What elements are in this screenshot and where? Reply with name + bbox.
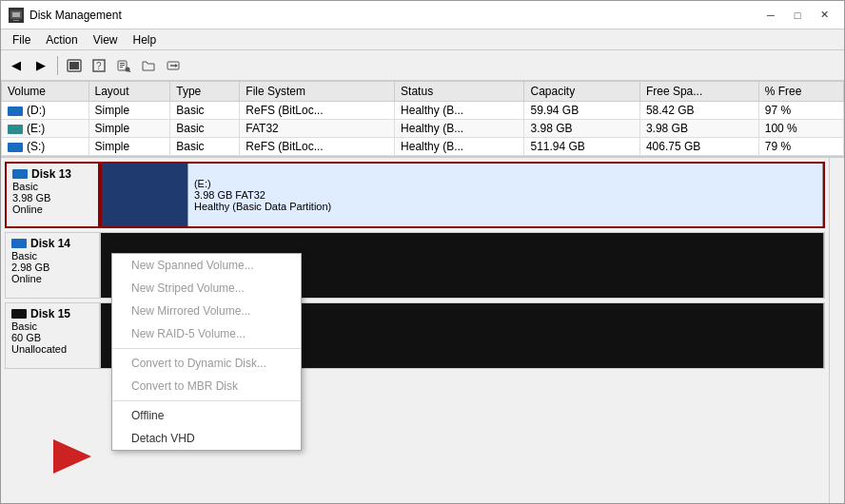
cell-layout: Simple (88, 138, 170, 156)
cell-capacity: 3.98 GB (524, 120, 639, 138)
cell-status: Healthy (B... (395, 102, 524, 120)
table-row[interactable]: (D:) Simple Basic ReFS (BitLoc... Health… (2, 102, 844, 120)
close-button[interactable]: ✕ (812, 6, 836, 25)
forward-button[interactable]: ▶ (29, 54, 52, 77)
help-button[interactable]: ? (88, 54, 110, 77)
maximize-button[interactable]: □ (785, 6, 810, 25)
partition-disk13-1[interactable]: (E:) 3.98 GB FAT32 Healthy (Basic Data P… (188, 164, 823, 226)
cell-volume: (S:) (2, 138, 89, 156)
partition-disk13-0[interactable] (102, 164, 188, 226)
cell-pct: 79 % (758, 138, 843, 156)
properties-button[interactable] (112, 54, 135, 77)
cell-type: Basic (170, 102, 240, 120)
disk-status-disk15: Unallocated (11, 343, 93, 355)
connect-button[interactable] (162, 54, 185, 77)
disk-label-disk13: Disk 13 Basic 3.98 GB Online (5, 162, 100, 228)
ctx-separator-7 (112, 400, 301, 401)
col-status[interactable]: Status (395, 82, 524, 102)
col-free[interactable]: Free Spa... (639, 82, 758, 102)
cell-status: Healthy (B... (395, 120, 524, 138)
svg-rect-10 (120, 67, 123, 68)
cell-filesystem: ReFS (BitLoc... (240, 102, 395, 120)
open-button[interactable] (137, 54, 160, 77)
col-layout[interactable]: Layout (88, 82, 170, 102)
disk-size-disk13: 3.98 GB (12, 192, 92, 204)
menu-action[interactable]: Action (38, 31, 85, 48)
disk-type-disk15: Basic (11, 320, 93, 332)
disk-partitions-disk13: (E:) 3.98 GB FAT32 Healthy (Basic Data P… (100, 162, 825, 228)
window-title: Disk Management (29, 9, 122, 22)
svg-rect-4 (69, 62, 79, 69)
cell-capacity: 59.94 GB (524, 102, 639, 120)
disk-size-disk15: 60 GB (11, 332, 93, 343)
cell-status: Healthy (B... (395, 138, 524, 156)
ctx-item-offline[interactable]: Offline (112, 404, 301, 427)
col-pct[interactable]: % Free (758, 82, 843, 102)
minimize-button[interactable]: ─ (758, 6, 783, 25)
menu-bar: File Action View Help (1, 29, 844, 50)
disk-label-disk15: Disk 15 Basic 60 GB Unallocated (5, 302, 100, 369)
menu-file[interactable]: File (5, 31, 38, 48)
console-button[interactable] (63, 54, 86, 77)
window-controls: ─ □ ✕ (758, 6, 836, 25)
cell-filesystem: FAT32 (240, 120, 395, 138)
disk-panels-area: Disk 13 Basic 3.98 GB Online (E:) 3.98 G… (1, 158, 844, 503)
context-menu: New Spanned Volume...New Striped Volume.… (111, 253, 302, 451)
svg-rect-1 (12, 12, 20, 17)
svg-rect-8 (120, 63, 125, 64)
scrollbar[interactable] (829, 158, 844, 503)
disk-name-disk13: Disk 13 (31, 167, 71, 181)
ctx-item-convert-to-mbr-disk: Convert to MBR Disk (112, 375, 301, 397)
toolbar-separator-1 (57, 56, 58, 75)
ctx-item-new-raid-5-volume---: New RAID-5 Volume... (112, 322, 301, 345)
cell-volume: (D:) (2, 102, 89, 120)
disk-row-disk13[interactable]: Disk 13 Basic 3.98 GB Online (E:) 3.98 G… (5, 162, 825, 228)
arrow-indicator (53, 439, 91, 476)
col-filesystem[interactable]: File System (240, 82, 395, 102)
table-row[interactable]: (S:) Simple Basic ReFS (BitLoc... Health… (2, 138, 844, 156)
volumes-table-area: Volume Layout Type File System Status Ca… (1, 81, 844, 158)
disk-name-disk14: Disk 14 (30, 237, 70, 250)
disk-name-disk15: Disk 15 (30, 307, 70, 320)
disk-size-disk14: 2.98 GB (11, 262, 93, 273)
table-row[interactable]: (E:) Simple Basic FAT32 Healthy (B... 3.… (2, 120, 844, 138)
svg-line-12 (129, 70, 130, 71)
disk-status-disk13: Online (12, 204, 92, 215)
ctx-item-new-striped-volume---: New Striped Volume... (112, 277, 301, 300)
cell-type: Basic (170, 120, 240, 138)
svg-rect-2 (13, 20, 19, 21)
menu-view[interactable]: View (86, 31, 126, 48)
ctx-separator-4 (112, 348, 301, 349)
cell-free: 58.42 GB (639, 102, 758, 120)
disk-type-disk13: Basic (12, 181, 92, 192)
svg-text:?: ? (96, 61, 102, 71)
title-bar: Disk Management ─ □ ✕ (1, 1, 844, 29)
svg-rect-9 (120, 65, 125, 66)
disk-status-disk14: Online (11, 273, 93, 284)
cell-filesystem: ReFS (BitLoc... (240, 138, 395, 156)
ctx-item-detach-vhd[interactable]: Detach VHD (112, 427, 301, 450)
volumes-table: Volume Layout Type File System Status Ca… (1, 81, 844, 156)
toolbar: ◀ ▶ ? (1, 50, 844, 81)
detach-vhd-arrow (53, 439, 91, 474)
disk-label-disk14: Disk 14 Basic 2.98 GB Online (5, 232, 100, 299)
ctx-item-convert-to-dynamic-disk---: Convert to Dynamic Disk... (112, 352, 301, 375)
cell-capacity: 511.94 GB (524, 138, 639, 156)
col-type[interactable]: Type (170, 82, 240, 102)
ctx-item-new-spanned-volume---: New Spanned Volume... (112, 254, 301, 277)
cell-pct: 97 % (758, 102, 843, 120)
menu-help[interactable]: Help (126, 31, 165, 48)
cell-layout: Simple (88, 120, 170, 138)
cell-free: 3.98 GB (639, 120, 758, 138)
disk-type-disk14: Basic (11, 250, 93, 262)
cell-pct: 100 % (758, 120, 843, 138)
back-button[interactable]: ◀ (5, 54, 28, 77)
cell-free: 406.75 GB (639, 138, 758, 156)
col-volume[interactable]: Volume (2, 82, 89, 102)
svg-marker-15 (175, 64, 178, 68)
disk-management-window: Disk Management ─ □ ✕ File Action View H… (0, 0, 845, 504)
col-capacity[interactable]: Capacity (524, 82, 639, 102)
app-icon (9, 8, 24, 23)
cell-type: Basic (170, 138, 240, 156)
cell-layout: Simple (88, 102, 170, 120)
